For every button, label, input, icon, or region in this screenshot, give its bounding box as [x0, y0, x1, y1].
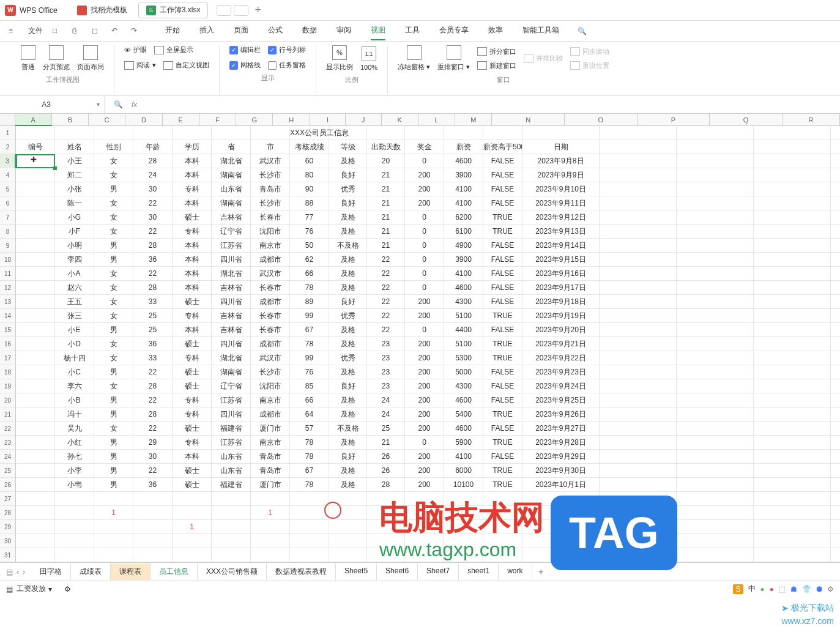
- cell-D4[interactable]: 24: [133, 168, 173, 182]
- cell-I10[interactable]: 及格: [329, 253, 367, 267]
- tab-workbook[interactable]: S 工作簿3.xlsx: [138, 2, 209, 18]
- cell-B10[interactable]: 李四: [55, 253, 94, 267]
- tab-close-icon[interactable]: [234, 5, 248, 16]
- cell-M22[interactable]: FALSE: [483, 422, 522, 436]
- row-header-9[interactable]: 9: [0, 239, 16, 253]
- cell-A6[interactable]: [16, 196, 55, 210]
- cell-Q9[interactable]: [754, 239, 831, 253]
- cell-M29[interactable]: [483, 520, 522, 534]
- cell-K9[interactable]: 0: [405, 239, 444, 253]
- cell-C27[interactable]: [94, 492, 133, 506]
- cell-Q5[interactable]: [754, 182, 831, 196]
- cell-Q8[interactable]: [754, 225, 831, 239]
- cell-P5[interactable]: [677, 182, 754, 196]
- row-header-26[interactable]: 26: [0, 478, 16, 492]
- cell-M8[interactable]: TRUE: [483, 225, 522, 239]
- cell-R3[interactable]: [831, 154, 840, 168]
- cell-R20[interactable]: [831, 393, 840, 407]
- cell-P9[interactable]: [677, 239, 754, 253]
- cell-C15[interactable]: 男: [94, 323, 133, 337]
- cell-N30[interactable]: [522, 534, 600, 548]
- cell-O16[interactable]: [600, 337, 677, 351]
- cell-Q28[interactable]: [754, 506, 831, 520]
- col-header-B[interactable]: B: [52, 114, 89, 126]
- row-header-29[interactable]: 29: [0, 520, 16, 534]
- cell-E15[interactable]: 本科: [173, 323, 212, 337]
- cell-M7[interactable]: TRUE: [483, 210, 522, 225]
- cell-O13[interactable]: [600, 295, 677, 309]
- cell-P13[interactable]: [677, 295, 754, 309]
- cell-J4[interactable]: 21: [367, 168, 405, 182]
- cell-L9[interactable]: 4900: [444, 239, 483, 253]
- cell-P28[interactable]: [677, 506, 754, 520]
- cell-E23[interactable]: 专科: [173, 436, 212, 450]
- cell-B17[interactable]: 杨十四: [55, 351, 94, 365]
- sheet-tab-XXX公司销售额[interactable]: XXX公司销售额: [198, 563, 267, 580]
- cell-E21[interactable]: 专科: [173, 407, 212, 422]
- cell-B27[interactable]: [55, 492, 94, 506]
- cell-B21[interactable]: 冯十: [55, 407, 94, 422]
- cell-N22[interactable]: 2023年9月27日: [522, 422, 600, 436]
- cell-C30[interactable]: [94, 534, 133, 548]
- cell-G16[interactable]: 成都市: [251, 337, 290, 351]
- cell-L30[interactable]: [444, 534, 483, 548]
- cell-I7[interactable]: 及格: [329, 210, 367, 225]
- cell-M3[interactable]: FALSE: [483, 154, 522, 168]
- cell-G14[interactable]: 长春市: [251, 309, 290, 323]
- cell-B6[interactable]: 陈一: [55, 196, 94, 210]
- cell-C8[interactable]: 女: [94, 225, 133, 239]
- cell-J31[interactable]: [367, 548, 405, 562]
- menu-tab-数据[interactable]: 数据: [302, 21, 317, 40]
- cell-N29[interactable]: [522, 520, 600, 534]
- row-header-14[interactable]: 14: [0, 309, 16, 323]
- cell-M31[interactable]: [483, 548, 522, 562]
- cell-F16[interactable]: 四川省: [212, 337, 251, 351]
- cell-F9[interactable]: 江苏省: [212, 239, 251, 253]
- cell-O15[interactable]: [600, 323, 677, 337]
- cell-I5[interactable]: 优秀: [329, 182, 367, 196]
- cell-I31[interactable]: [329, 548, 367, 562]
- cell-P15[interactable]: [677, 323, 754, 337]
- cell-I11[interactable]: 及格: [329, 267, 367, 281]
- cell-E30[interactable]: [173, 534, 212, 548]
- cell-M10[interactable]: FALSE: [483, 253, 522, 267]
- cell-R14[interactable]: [831, 309, 840, 323]
- cell-F27[interactable]: [212, 492, 251, 506]
- cell-G9[interactable]: 南京市: [251, 239, 290, 253]
- cell-C6[interactable]: 女: [94, 196, 133, 210]
- row-header-18[interactable]: 18: [0, 365, 16, 379]
- cell-A5[interactable]: [16, 182, 55, 196]
- menu-tab-会员专享[interactable]: 会员专享: [439, 21, 469, 40]
- cell-O26[interactable]: [600, 478, 677, 492]
- cell-K26[interactable]: 200: [405, 478, 444, 492]
- cell-E16[interactable]: 硕士: [173, 337, 212, 351]
- cell-N6[interactable]: 2023年9月11日: [522, 196, 600, 210]
- cell-E18[interactable]: 硕士: [173, 365, 212, 379]
- redo-icon[interactable]: ↷: [131, 26, 141, 36]
- col-header-C[interactable]: C: [89, 114, 125, 126]
- cell-J3[interactable]: 20: [367, 154, 405, 168]
- cell-C11[interactable]: 女: [94, 267, 133, 281]
- cell-J21[interactable]: 24: [367, 407, 405, 422]
- cell-E10[interactable]: 本科: [173, 253, 212, 267]
- cell-H16[interactable]: 78: [290, 337, 329, 351]
- cell-L3[interactable]: 4600: [444, 154, 483, 168]
- col-header-O[interactable]: O: [565, 114, 637, 126]
- cell-R11[interactable]: [831, 267, 840, 281]
- cell-G19[interactable]: 沈阳市: [251, 379, 290, 393]
- cell-N20[interactable]: 2023年9月25日: [522, 393, 600, 407]
- cell-P8[interactable]: [677, 225, 754, 239]
- cell-N25[interactable]: 2023年9月30日: [522, 464, 600, 478]
- cell-I26[interactable]: 及格: [329, 478, 367, 492]
- cell-A28[interactable]: [16, 506, 55, 520]
- cell-F2[interactable]: 省: [212, 140, 251, 154]
- cell-L12[interactable]: 4600: [444, 281, 483, 295]
- cell-K31[interactable]: [405, 548, 444, 562]
- cell-K15[interactable]: 0: [405, 323, 444, 337]
- new-tab-button[interactable]: +: [248, 4, 267, 17]
- cell-B5[interactable]: 小张: [55, 182, 94, 196]
- cell-O20[interactable]: [600, 393, 677, 407]
- cell-Q21[interactable]: [754, 407, 831, 422]
- cell-H22[interactable]: 57: [290, 422, 329, 436]
- cell-D1[interactable]: [133, 126, 173, 140]
